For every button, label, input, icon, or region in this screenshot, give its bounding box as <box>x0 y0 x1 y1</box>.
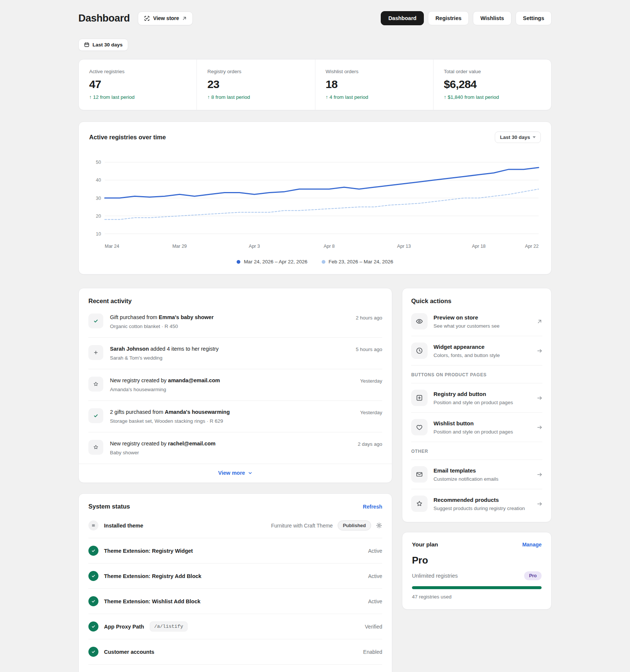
plan-title: Your plan <box>412 541 438 548</box>
activity-item: New registry created by rachel@email.com… <box>88 432 382 464</box>
quick-action-widget-appearance[interactable]: Widget appearance Colors, fonts, and but… <box>411 336 542 365</box>
stat-delta: ↑ $1,840 from last period <box>444 94 541 100</box>
plan-feature: Unlimited registries <box>412 573 458 579</box>
activity-item: New registry created by amanda@email.com… <box>88 369 382 400</box>
plan-usage: 47 registries used <box>412 594 542 600</box>
activity-title: New registry created by amanda@email.com <box>110 377 353 383</box>
stat-wishlist-orders: Wishlist orders 18 ↑ 4 from last period <box>315 59 433 110</box>
activity-detail: Amanda's housewarming <box>110 387 353 392</box>
recent-activity-title: Recent activity <box>79 298 392 305</box>
view-store-label: View store <box>153 15 179 21</box>
stat-label: Active registries <box>89 69 186 74</box>
status-row-app-proxy: App Proxy Path /a/listify Verified <box>88 614 382 639</box>
status-footer: All systems operational <box>88 664 382 672</box>
status-row: Theme Extension: Wishlist Add Block Acti… <box>88 588 382 614</box>
quick-action-title: Wishlist button <box>433 420 531 426</box>
view-store-button[interactable]: View store <box>138 12 193 25</box>
view-more-button[interactable]: View more <box>218 470 252 476</box>
svg-text:30: 30 <box>96 196 101 201</box>
stat-registry-orders: Registry orders 23 ↑ 8 from last period <box>197 59 315 110</box>
stat-active-registries: Active registries 47 ↑ 12 from last peri… <box>79 59 197 110</box>
view-more-label: View more <box>218 470 245 476</box>
dashboard-page: Dashboard View store Dashboard <box>78 0 552 672</box>
legend-dot-current <box>237 260 240 264</box>
activity-title: 2 gifts purchased from Amanda's housewar… <box>110 409 353 415</box>
sun-icon[interactable] <box>376 522 382 529</box>
svg-text:Mar 29: Mar 29 <box>172 244 187 249</box>
tab-wishlists[interactable]: Wishlists <box>473 11 512 25</box>
check-circle-icon <box>88 647 98 657</box>
activity-detail: Baby shower <box>110 450 351 455</box>
check-icon <box>88 314 103 328</box>
svg-text:Apr 3: Apr 3 <box>249 244 260 249</box>
theme-lines-icon <box>88 520 98 530</box>
manage-plan-link[interactable]: Manage <box>522 542 542 548</box>
system-status-title: System status <box>88 503 130 510</box>
proxy-path-chip: /a/listify <box>150 621 188 632</box>
star-icon <box>411 496 428 512</box>
tab-settings[interactable]: Settings <box>516 11 552 25</box>
check-circle-icon <box>88 546 98 556</box>
status-label: Theme Extension: Wishlist Add Block <box>104 598 201 604</box>
svg-text:Mar 24: Mar 24 <box>105 244 119 249</box>
check-circle-icon <box>88 621 98 632</box>
activity-detail: Storage basket set, Wooden stacking ring… <box>110 418 353 424</box>
arrow-right-icon <box>537 501 542 507</box>
status-label: App Proxy Path <box>104 624 144 630</box>
quick-action-title: Widget appearance <box>433 344 531 350</box>
recent-activity-card: Recent activity Gift purchased from Emma… <box>78 288 392 483</box>
chart-card: Active registries over time Last 30 days… <box>78 121 552 275</box>
plus-square-icon <box>411 390 428 406</box>
legend-label: Feb 23, 2026 – Mar 24, 2026 <box>329 259 393 264</box>
quick-action-email-templates[interactable]: Email templates Customize notification e… <box>411 460 542 489</box>
calendar-icon <box>84 42 90 48</box>
quick-action-preview-on-store[interactable]: Preview on store See what your customers… <box>411 307 542 336</box>
registries-line-chart: 1020304050Mar 24Mar 29Apr 3Apr 8Apr 13Ap… <box>89 153 541 251</box>
date-range-label: Last 30 days <box>92 42 123 48</box>
quick-action-title: Recommended products <box>433 497 531 503</box>
arrow-right-icon <box>537 348 542 354</box>
svg-text:Apr 22: Apr 22 <box>525 244 539 249</box>
chart-range-dropdown[interactable]: Last 30 days <box>495 132 541 143</box>
theme-name: Furniture with Craft Theme <box>271 523 333 529</box>
activity-item: Sarah Johnson added 4 items to her regis… <box>88 337 382 369</box>
published-badge: Published <box>338 520 371 530</box>
quick-action-registry-add-button[interactable]: Registry add button Position and style o… <box>411 383 542 412</box>
star-icon <box>88 440 103 455</box>
section-header-product-page-buttons: BUTTONS ON PRODUCT PAGES <box>411 365 542 383</box>
activity-time: 2 hours ago <box>356 314 382 329</box>
stat-total-order-value: Total order value $6,284 ↑ $1,840 from l… <box>433 59 551 110</box>
nav-tabs: Dashboard Registries Wishlists Settings <box>381 11 552 25</box>
refresh-link[interactable]: Refresh <box>363 504 382 510</box>
svg-text:Apr 18: Apr 18 <box>472 244 486 249</box>
activity-title: Gift purchased from Emma's baby shower <box>110 314 349 320</box>
registries-progress-bar <box>412 586 542 589</box>
activity-time: Yesterday <box>360 377 382 392</box>
legend-label: Mar 24, 2026 – Apr 22, 2026 <box>244 259 307 264</box>
system-status-card: System status Refresh Installed theme Fu… <box>78 493 392 672</box>
legend-item-current: Mar 24, 2026 – Apr 22, 2026 <box>237 259 307 264</box>
status-label: Theme Extension: Registry Add Block <box>104 573 201 579</box>
tab-dashboard[interactable]: Dashboard <box>381 11 424 25</box>
activity-detail: Organic cotton blanket · R 450 <box>110 324 349 329</box>
status-value: Enabled <box>363 649 382 655</box>
section-header-other: OTHER <box>411 442 542 460</box>
quick-action-title: Registry add button <box>433 391 531 397</box>
legend-dot-previous <box>322 260 325 264</box>
date-range-button[interactable]: Last 30 days <box>78 39 128 51</box>
activity-item: 2 gifts purchased from Amanda's housewar… <box>88 400 382 432</box>
quick-action-subtitle: Colors, fonts, and button style <box>433 353 531 358</box>
plus-icon <box>88 345 103 360</box>
quick-action-wishlist-button[interactable]: Wishlist button Position and style on pr… <box>411 412 542 442</box>
quick-actions-title: Quick actions <box>411 298 542 305</box>
status-value: Verified <box>365 624 382 630</box>
activity-time: Yesterday <box>360 408 382 424</box>
activity-title: New registry created by rachel@email.com <box>110 441 351 447</box>
stat-label: Total order value <box>444 69 541 74</box>
quick-action-recommended-products[interactable]: Recommended products Suggest products du… <box>411 489 542 518</box>
stat-value: 18 <box>326 78 423 91</box>
tab-registries[interactable]: Registries <box>428 11 469 25</box>
quick-action-subtitle: Position and style on product pages <box>433 400 531 405</box>
svg-text:40: 40 <box>96 178 101 183</box>
stat-value: $6,284 <box>444 78 541 91</box>
